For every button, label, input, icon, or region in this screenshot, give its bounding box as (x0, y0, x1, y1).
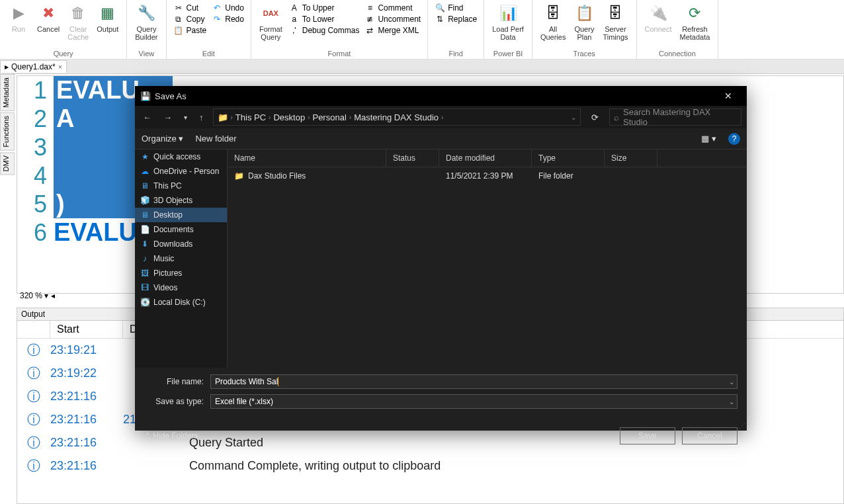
tree-label: Downloads (153, 239, 192, 249)
search-input[interactable]: ⌕ Search Mastering DAX Studio (609, 108, 741, 126)
db-icon: 🗄 (542, 3, 564, 24)
paste-icon: 📋 (173, 26, 184, 35)
find-button[interactable]: 🔍Find (432, 3, 480, 13)
panel-dmv[interactable]: DMV (0, 152, 15, 175)
document-tabs: ▶ Query1.dax* × (0, 60, 844, 74)
uncomment-button[interactable]: ≢Uncomment (362, 14, 423, 24)
undo-button[interactable]: ↶Undo (209, 3, 247, 13)
tree-item[interactable]: ♪Music (135, 251, 227, 266)
output-message: Command Complete, writing output to clip… (189, 459, 843, 473)
tree-item[interactable]: ⬇Downloads (135, 237, 227, 251)
organize-button[interactable]: Organize ▾ (142, 134, 183, 144)
tree-item[interactable]: 🧊3D Objects (135, 193, 227, 208)
close-dialog-button[interactable]: ✕ (715, 91, 741, 101)
dialog-icon: 💾 (140, 91, 151, 101)
refresh-icon: ⟳ (684, 3, 705, 24)
format-query-button[interactable]: DAXFormat Query (255, 1, 286, 42)
tab-query1[interactable]: ▶ Query1.dax* × (0, 60, 67, 73)
nav-recent-button[interactable]: ▾ (181, 114, 190, 121)
file-row[interactable]: 📁Dax Studio Files 11/5/2021 2:39 PM File… (228, 167, 747, 185)
savetype-label: Save as type: (144, 397, 210, 406)
refresh-metadata-button[interactable]: ⟳Refresh Metadata (676, 1, 714, 42)
output-time: 23:19:21 (50, 343, 123, 357)
comment-button[interactable]: ≡Comment (362, 3, 423, 13)
info-icon: ⓘ (17, 364, 50, 382)
all-queries-button[interactable]: 🗄All Queries (536, 1, 570, 42)
connect-button[interactable]: 🔌Connect (641, 1, 676, 34)
nav-refresh-button[interactable]: ⟳ (587, 112, 603, 122)
panel-functions[interactable]: Functions (0, 112, 15, 151)
hide-folders-button[interactable]: ⌃ Hide Folders (144, 431, 198, 441)
breadcrumb[interactable]: 📁 › This PC› Desktop› Personal› Masterin… (213, 108, 581, 126)
cut-icon: ✂ (173, 3, 184, 13)
tree-item[interactable]: ★Quick access (135, 149, 227, 164)
query-plan-button[interactable]: 📋Query Plan (570, 1, 599, 42)
tree-label: This PC (153, 181, 182, 190)
dialog-title: Save As (155, 91, 715, 101)
tree-item[interactable]: 🎞Videos (135, 280, 227, 295)
server-timings-button[interactable]: 🗄Server Timings (599, 1, 632, 42)
zoom-control[interactable]: 320 % ▾ ◂ (20, 291, 55, 300)
find-icon: 🔍 (435, 3, 445, 13)
tree-label: Pictures (153, 269, 182, 278)
resize-grip[interactable]: ⋰ (739, 422, 745, 429)
folder-icon: 📁 (234, 171, 244, 181)
replace-button[interactable]: ⇅Replace (432, 14, 480, 24)
dialog-titlebar[interactable]: 💾 Save As ✕ (135, 86, 747, 106)
tree-item[interactable]: 🖼Pictures (135, 266, 227, 280)
to-upper-button[interactable]: ATo Upper (286, 3, 362, 13)
run-button[interactable]: ▶Run (4, 1, 33, 34)
line-number: 3 (17, 134, 54, 161)
tree-icon: 🖥 (140, 181, 149, 190)
timings-icon: 🗄 (605, 3, 626, 24)
cancel-icon: ✖ (38, 3, 59, 24)
nav-forward-button[interactable]: → (161, 112, 175, 122)
clear-cache-button[interactable]: 🗑Clear Cache (63, 1, 93, 42)
side-panels: Metadata Functions DMV (0, 74, 15, 176)
merge-xml-button[interactable]: ⇄Merge XML (362, 25, 423, 36)
line-number: 2 (17, 105, 54, 133)
uncomment-icon: ≢ (364, 15, 375, 24)
tree-item[interactable]: 🖥This PC (135, 179, 227, 193)
cut-button[interactable]: ✂Cut (171, 3, 210, 13)
tree-item[interactable]: ☁OneDrive - Person (135, 164, 227, 179)
output-time: 23:21:16 (50, 436, 123, 450)
nav-up-button[interactable]: ↑ (196, 112, 206, 122)
redo-button[interactable]: ↷Redo (209, 14, 247, 24)
help-button[interactable]: ? (728, 133, 740, 145)
tree-label: Music (153, 254, 174, 263)
savetype-select[interactable]: Excel file (*.xlsx)⌄ (210, 394, 738, 409)
panel-metadata[interactable]: Metadata (0, 74, 15, 111)
view-options-button[interactable]: ▦ ▾ (701, 134, 716, 144)
output-button[interactable]: ▦Output (93, 1, 122, 34)
db-clear-icon: 🗑 (67, 3, 89, 24)
save-button[interactable]: Save (620, 427, 675, 444)
line-number: 6 (17, 219, 54, 247)
cancel-dialog-button[interactable]: Cancel (682, 427, 738, 444)
plan-icon: 📋 (573, 3, 595, 24)
nav-back-button[interactable]: ← (140, 112, 154, 122)
tree-item[interactable]: 🖥Desktop (135, 208, 227, 222)
load-perf-button[interactable]: 📊Load Perf Data (488, 1, 528, 42)
debug-commas-button[interactable]: ,'Debug Commas (286, 25, 362, 36)
copy-button[interactable]: ⧉Copy (171, 14, 210, 24)
lower-icon: a (289, 15, 300, 24)
tree-item[interactable]: 💽Local Disk (C:) (135, 295, 227, 310)
line-number: 4 (17, 162, 54, 190)
query-builder-button[interactable]: 🔧Query Builder (131, 1, 161, 42)
output-row[interactable]: ⓘ 23:21:16 Command Complete, writing out… (17, 454, 843, 478)
to-lower-button[interactable]: aTo Lower (286, 14, 362, 24)
new-folder-button[interactable]: New folder (195, 134, 236, 144)
close-tab-icon[interactable]: × (58, 63, 62, 71)
replace-icon: ⇅ (435, 15, 445, 24)
tree-item[interactable]: 📄Documents (135, 222, 227, 237)
output-time: 23:21:16 (50, 413, 123, 427)
cancel-button[interactable]: ✖Cancel (33, 1, 63, 34)
filename-input[interactable]: Products With Sal⌄ (210, 374, 738, 389)
info-icon: ⓘ (17, 388, 50, 405)
paste-button[interactable]: 📋Paste (171, 25, 210, 36)
upper-icon: A (289, 3, 300, 13)
tree-icon: 💽 (140, 298, 149, 307)
filename-label: File name: (144, 377, 210, 386)
merge-icon: ⇄ (364, 26, 375, 35)
